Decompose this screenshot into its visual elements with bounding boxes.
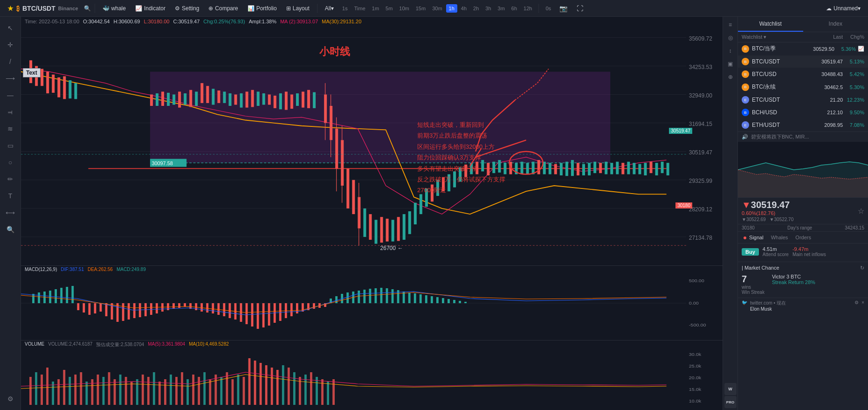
rts-eye[interactable]: ◎ bbox=[724, 32, 737, 44]
compare-icon: ⊕ bbox=[208, 5, 213, 12]
mini-ask: ▼30522.70 bbox=[770, 217, 794, 222]
ohlc-chg: Chg:0.25%(76.93) bbox=[203, 19, 245, 24]
sig-tab-whales[interactable]: Whales bbox=[769, 234, 790, 241]
tf-12h[interactable]: 12h bbox=[521, 4, 535, 13]
svg-rect-169 bbox=[200, 303, 203, 312]
svg-rect-260 bbox=[248, 358, 251, 405]
fullscreen-button[interactable]: ⛶ bbox=[573, 3, 587, 14]
wi-price-2: 30488.43 bbox=[821, 71, 843, 77]
tf-3m[interactable]: 3m bbox=[495, 4, 508, 13]
svg-rect-26 bbox=[167, 93, 170, 106]
mc-title: | Market Chance ↻ bbox=[742, 265, 864, 271]
watchlist-section: Watchlist ▾ Last Chg% B BTC/当季 30529.50 … bbox=[738, 32, 868, 132]
rts-resize[interactable]: ↕ bbox=[724, 45, 737, 57]
cursor-tool[interactable]: ↖ bbox=[3, 21, 18, 35]
tab-index[interactable]: Index bbox=[803, 17, 868, 32]
svg-rect-215 bbox=[459, 301, 461, 303]
setting-button[interactable]: ⚙ Setting bbox=[171, 3, 203, 14]
svg-rect-35 bbox=[217, 90, 220, 103]
crosshair-tool[interactable]: ✛ bbox=[3, 37, 18, 52]
tf-4h[interactable]: 4h bbox=[458, 4, 469, 13]
macd-dea: DEA:262.56 bbox=[88, 267, 113, 272]
fib-tool[interactable]: ≋ bbox=[3, 121, 18, 136]
tf-15m[interactable]: 15m bbox=[413, 4, 428, 13]
sig-tab-signal[interactable]: Signal bbox=[742, 234, 765, 241]
svg-rect-30 bbox=[189, 90, 192, 107]
svg-rect-262 bbox=[260, 363, 262, 405]
settings-tool[interactable]: ⚙ bbox=[3, 391, 18, 406]
tf-2h[interactable]: 2h bbox=[470, 4, 482, 13]
watchlist-item-4[interactable]: E ETC/USDT 21.20 12.23% bbox=[738, 94, 868, 106]
svg-rect-216 bbox=[464, 302, 467, 303]
market-chance: | Market Chance ↻ 7 wins Win Streak Vict… bbox=[738, 262, 868, 298]
ray-tool[interactable]: ⟶ bbox=[3, 71, 18, 86]
tf-6h[interactable]: 6h bbox=[509, 4, 520, 13]
text-tool-label[interactable]: Text bbox=[23, 68, 41, 77]
symbol-name[interactable]: BTC/USDT bbox=[22, 5, 55, 12]
mini-star-icon[interactable]: ☆ bbox=[858, 207, 864, 215]
mc-refresh-icon[interactable]: ↻ bbox=[860, 265, 864, 271]
sig-tab-orders[interactable]: Orders bbox=[793, 234, 813, 241]
indicator-button[interactable]: 📈 Indicator bbox=[131, 3, 169, 14]
zoom-tool[interactable]: 🔍 bbox=[3, 222, 18, 237]
unnamed-dropdown[interactable]: ☁ Unnamed▾ bbox=[822, 3, 864, 14]
watchlist-item-0[interactable]: B BTC/当季 30529.50 5.36% 📈 bbox=[738, 42, 868, 56]
rts-layout[interactable]: ▣ bbox=[724, 58, 737, 70]
tab-watchlist[interactable]: Watchlist bbox=[738, 17, 803, 32]
tf-1m[interactable]: 1m bbox=[369, 4, 382, 13]
svg-rect-124 bbox=[667, 163, 669, 175]
svg-rect-202 bbox=[386, 288, 388, 303]
rect-tool[interactable]: ▭ bbox=[3, 138, 18, 153]
measure-tool[interactable]: ⟷ bbox=[3, 205, 18, 220]
tf-30m[interactable]: 30m bbox=[429, 4, 445, 13]
hline-tool[interactable]: — bbox=[3, 88, 18, 103]
tf-1s[interactable]: 1s bbox=[339, 4, 351, 13]
line-tool[interactable]: / bbox=[3, 54, 18, 69]
svg-rect-270 bbox=[304, 375, 307, 405]
portfolio-button[interactable]: 📊 Portfolio bbox=[244, 3, 281, 14]
compare-button[interactable]: ⊕ Compare bbox=[205, 3, 241, 14]
rts-menu[interactable]: ≡ bbox=[724, 19, 737, 31]
tf-1h[interactable]: 1h bbox=[446, 4, 457, 13]
whale-label: whale bbox=[111, 5, 126, 12]
unnamed-icon: ☁ bbox=[826, 5, 832, 12]
ellipse-tool[interactable]: ○ bbox=[3, 155, 18, 170]
search-icon[interactable]: 🔍 bbox=[84, 5, 91, 12]
col-chg: Chg% bbox=[850, 34, 864, 40]
rts-pro-button[interactable]: PRO bbox=[724, 396, 737, 408]
chart-main[interactable]: Text bbox=[21, 26, 723, 265]
whale-button[interactable]: 🐳 whale bbox=[99, 3, 130, 14]
layout-button[interactable]: ⊞ Layout bbox=[282, 3, 313, 14]
all-button[interactable]: All▾ bbox=[321, 3, 338, 14]
symbol-display[interactable]: ★ ₿ BTC/USDT Binance bbox=[4, 3, 82, 14]
screenshot-button[interactable]: 📷 bbox=[556, 3, 571, 14]
rts-w-button[interactable]: W bbox=[724, 383, 737, 395]
watchlist-dropdown[interactable]: Watchlist ▾ bbox=[742, 34, 766, 40]
wi-chart-icon-0[interactable]: 📈 bbox=[858, 46, 864, 52]
mini-chart-svg bbox=[738, 142, 868, 198]
ohlc-close: C:30519.47 bbox=[173, 19, 200, 24]
social-close-icon[interactable]: × bbox=[861, 300, 864, 312]
tf-5m[interactable]: 5m bbox=[383, 4, 395, 13]
watchlist-item-3[interactable]: B BTC/永续 30462.5 5.30% bbox=[738, 81, 868, 94]
watchlist-item-1[interactable]: B BTC/USDT 30519.47 5.13% bbox=[738, 56, 868, 68]
watchlist-item-5[interactable]: B BCH/USD 212.10 9.50% bbox=[738, 106, 868, 119]
channel-tool[interactable]: ⫤ bbox=[3, 104, 18, 119]
tf-3h[interactable]: 3h bbox=[482, 4, 494, 13]
svg-rect-52 bbox=[313, 92, 316, 108]
svg-rect-149 bbox=[88, 303, 90, 315]
social-settings-icon[interactable]: ⚙ bbox=[854, 300, 859, 312]
brush-tool[interactable]: ✏ bbox=[3, 172, 18, 187]
svg-rect-39 bbox=[240, 93, 243, 108]
tf-time[interactable]: Time bbox=[351, 4, 368, 13]
svg-rect-237 bbox=[119, 375, 122, 405]
star-icon[interactable]: ★ bbox=[7, 5, 14, 12]
tf-10m[interactable]: 10m bbox=[396, 4, 412, 13]
watchlist-item-6[interactable]: E ETH/USDT 2098.95 7.08% bbox=[738, 119, 868, 132]
watchlist-item-2[interactable]: B BTC/USD 30488.43 5.42% bbox=[738, 68, 868, 81]
rts-target[interactable]: ⊕ bbox=[724, 71, 737, 83]
tf-0s[interactable]: 0s bbox=[543, 4, 554, 13]
unnamed-label: Unnamed▾ bbox=[834, 5, 861, 12]
svg-rect-41 bbox=[251, 90, 254, 107]
text-tool-icon[interactable]: T bbox=[3, 188, 18, 203]
